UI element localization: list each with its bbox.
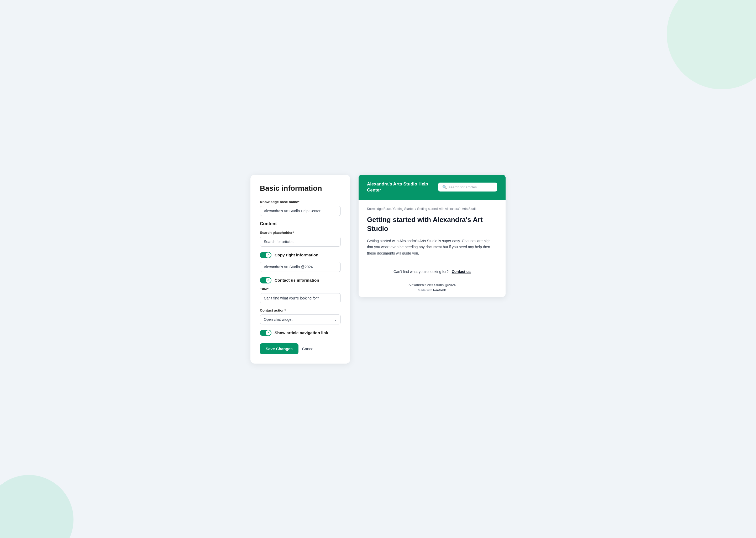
copyright-toggle-label: Copy right information: [275, 253, 318, 257]
contact-action-select[interactable]: Open chat widget Send email Redirect URL: [260, 314, 341, 324]
contact-toggle-knob: ✓: [266, 278, 271, 283]
kb-name-input[interactable]: [260, 206, 341, 216]
footer-made-brand: NeetoKB: [433, 289, 447, 292]
contact-title-input[interactable]: [260, 293, 341, 303]
search-placeholder-field-group: Search placeholder*: [260, 231, 341, 252]
contact-title-field-group: Title*: [260, 287, 341, 308]
contact-action-label: Contact action*: [260, 308, 341, 312]
footer-made-prefix: Made with: [418, 289, 433, 292]
contact-section: Can't find what you're looking for? Cont…: [358, 264, 505, 279]
footer-copyright: Alexandra's Arts Studio @2024: [367, 283, 497, 287]
preview-card: Alexandra's Arts Studio Help Center 🔍 se…: [358, 175, 505, 297]
nav-link-toggle-check-icon: ✓: [267, 331, 269, 334]
copyright-toggle-knob: ✓: [266, 252, 271, 258]
contact-toggle[interactable]: ✓: [260, 277, 271, 284]
contact-action-select-wrapper: Open chat widget Send email Redirect URL…: [260, 314, 341, 324]
preview-footer: Alexandra's Arts Studio @2024 Made with …: [358, 279, 505, 297]
search-placeholder-input[interactable]: [260, 237, 341, 247]
kb-name-label: Knowledge base name*: [260, 200, 341, 204]
left-panel: Basic information Knowledge base name* C…: [251, 175, 350, 363]
panel-title: Basic information: [260, 184, 341, 192]
preview-brand-name: Alexandra's Arts Studio Help Center: [367, 181, 438, 193]
search-placeholder-label: Search placeholder*: [260, 231, 341, 235]
footer-made: Made with NeetoKB: [367, 289, 497, 292]
contact-toggle-check-icon: ✓: [267, 279, 269, 282]
nav-link-toggle-row: ✓ Show article navigation link: [260, 330, 341, 336]
preview-header: Alexandra's Arts Studio Help Center 🔍 se…: [358, 175, 505, 200]
toggle-check-icon: ✓: [267, 253, 269, 256]
contact-link[interactable]: Contact us: [452, 270, 471, 274]
nav-link-toggle-label: Show article navigation link: [275, 331, 328, 335]
right-panel: Alexandra's Arts Studio Help Center 🔍 se…: [358, 175, 505, 297]
contact-title-label: Title*: [260, 287, 341, 291]
save-button[interactable]: Save Changes: [260, 343, 299, 354]
article-body: Getting started with Alexandra's Arts St…: [367, 238, 497, 257]
copyright-toggle-row: ✓ Copy right information: [260, 252, 341, 258]
copyright-toggle[interactable]: ✓: [260, 252, 271, 258]
article-title: Getting started with Alexandra's Art Stu…: [367, 215, 497, 233]
contact-toggle-label: Contact us information: [275, 278, 319, 283]
kb-name-field-group: Knowledge base name*: [260, 200, 341, 221]
button-row: Save Changes Cancel: [260, 343, 341, 354]
cancel-button[interactable]: Cancel: [302, 347, 314, 351]
contact-action-field-group: Contact action* Open chat widget Send em…: [260, 308, 341, 324]
contact-toggle-row: ✓ Contact us information: [260, 277, 341, 284]
content-heading: Content: [260, 221, 341, 227]
bg-decoration-top-right: [667, 0, 756, 89]
breadcrumb: Knowledge Base / Getting Started / Getti…: [367, 207, 497, 211]
bg-decoration-bottom-left: [0, 475, 73, 538]
preview-search-placeholder: search for articles: [449, 185, 477, 189]
search-icon: 🔍: [442, 185, 447, 189]
main-container: Basic information Knowledge base name* C…: [240, 164, 516, 374]
preview-body: Knowledge Base / Getting Started / Getti…: [358, 200, 505, 257]
copyright-field-group: [260, 262, 341, 277]
nav-link-toggle-knob: ✓: [266, 330, 271, 336]
copyright-input[interactable]: [260, 262, 341, 272]
preview-search-box[interactable]: 🔍 search for articles: [438, 183, 497, 191]
nav-link-toggle[interactable]: ✓: [260, 330, 271, 336]
contact-text: Can't find what you're looking for?: [394, 270, 449, 274]
